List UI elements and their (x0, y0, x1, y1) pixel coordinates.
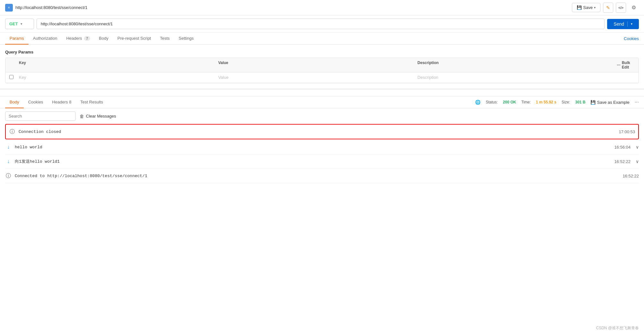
time-value: 1 m 55.92 s (536, 100, 556, 104)
params-table-row: Key Value Description (5, 72, 639, 83)
trash-icon: 🗑 (79, 114, 84, 119)
top-bar-actions: 💾 Save ▾ ✎ </> ⚙ (572, 3, 639, 13)
message-list: ⓘ Connection closed 17:00:53 ↓ hello wor… (0, 124, 644, 183)
save-button[interactable]: 💾 Save ▾ (572, 3, 600, 12)
download-icon-1: ↓ (5, 144, 12, 150)
code-button[interactable]: </> (616, 3, 626, 13)
message-time-1: 16:56:04 (614, 145, 631, 150)
send-btn-divider (627, 21, 628, 27)
send-chevron-icon: ▾ (631, 22, 632, 26)
code-icon: </> (618, 6, 623, 10)
expand-icon-1[interactable]: ∨ (636, 144, 639, 150)
tab-response-headers[interactable]: Headers 8 (48, 96, 76, 108)
row-checkbox[interactable] (5, 72, 15, 83)
tab-headers[interactable]: Headers 7 (62, 33, 95, 45)
response-more-icon[interactable]: ··· (635, 99, 639, 105)
message-item-1[interactable]: ↓ hello world 16:56:04 ∨ (5, 140, 639, 154)
globe-icon: 🌐 (475, 100, 481, 105)
send-button[interactable]: Send ▾ (607, 19, 639, 29)
message-item-2[interactable]: ↓ 向1发送hello world1 16:52:22 ∨ (5, 154, 639, 169)
row-actions-cell (613, 72, 639, 83)
cookies-link[interactable]: Cookies (624, 36, 639, 41)
tab-test-results[interactable]: Test Results (76, 96, 108, 108)
bulk-edit-col-header: ··· Bulk Edit (613, 58, 639, 72)
message-time-2: 16:52:22 (614, 159, 631, 164)
tab-params[interactable]: Params (5, 33, 29, 45)
value-col-header: Value (214, 58, 414, 72)
method-label: GET (9, 21, 18, 26)
tab-response-cookies[interactable]: Cookies (24, 96, 48, 108)
url-input[interactable] (37, 19, 605, 29)
description-col-header: Description (414, 58, 613, 72)
url-bar: GET ▾ Send ▾ (0, 15, 644, 33)
response-tabs: Body Cookies Headers 8 Test Results 🌐 St… (0, 96, 644, 108)
message-text-2: 向1发送hello world1 (15, 159, 611, 164)
key-cell[interactable]: Key (15, 72, 214, 83)
description-cell[interactable]: Description (414, 72, 613, 83)
response-meta: 🌐 Status: 200 OK Time: 1 m 55.92 s Size:… (475, 99, 639, 105)
tab-pre-request-script[interactable]: Pre-request Script (113, 33, 155, 45)
message-text-1: hello world (15, 145, 611, 150)
key-col-header: Key (15, 58, 214, 72)
query-params-section: Query Params Key Value Description ··· B… (0, 45, 644, 88)
top-bar-url: http://localhost:8080/test/sse/connect/1 (15, 5, 569, 10)
message-item-3[interactable]: ⓘ Connected to http://localhost:8080/tes… (5, 169, 639, 183)
message-text-0: Connection closed (19, 129, 615, 134)
message-item-connection-closed[interactable]: ⓘ Connection closed 17:00:53 (5, 124, 639, 139)
tab-settings[interactable]: Settings (174, 33, 198, 45)
size-value: 301 B (575, 100, 585, 104)
info-icon-3: ⓘ (5, 173, 12, 179)
message-time-0: 17:00:53 (619, 129, 635, 134)
more-options-icon[interactable]: ··· (617, 62, 621, 68)
edit-button[interactable]: ✎ (603, 3, 613, 13)
response-headers-badge: 8 (69, 100, 71, 104)
resize-handle[interactable] (0, 88, 644, 90)
message-time-3: 16:52:22 (623, 174, 639, 178)
tab-tests[interactable]: Tests (155, 33, 174, 45)
method-select[interactable]: GET ▾ (5, 19, 34, 29)
edit-icon: ✎ (606, 5, 610, 10)
row-checkbox-input[interactable] (9, 75, 13, 79)
info-icon: ⓘ (9, 128, 15, 135)
top-bar: ≡ http://localhost:8080/test/sse/connect… (0, 0, 644, 15)
query-params-title: Query Params (5, 50, 639, 54)
bottom-panel: Body Cookies Headers 8 Test Results 🌐 St… (0, 96, 644, 183)
status-value: 200 OK (503, 100, 516, 104)
download-icon-2: ↓ (5, 158, 12, 165)
save-chevron-icon: ▾ (594, 6, 596, 9)
expand-icon-2[interactable]: ∨ (636, 159, 639, 164)
clear-messages-button[interactable]: 🗑 Clear Messages (79, 114, 116, 119)
params-table: Key Value Description ··· Bulk Edit Key … (5, 58, 639, 83)
save-floppy-icon: 💾 (577, 5, 582, 10)
checkbox-col (5, 58, 15, 72)
messages-toolbar: 🗑 Clear Messages (0, 108, 644, 124)
message-text-3: Connected to http://localhost:8080/test/… (15, 174, 619, 178)
search-input[interactable] (5, 111, 76, 121)
tab-body[interactable]: Body (95, 33, 113, 45)
request-tabs: Params Authorization Headers 7 Body Pre-… (0, 33, 644, 45)
save-example-floppy-icon: 💾 (590, 100, 596, 105)
tab-response-body[interactable]: Body (5, 96, 24, 108)
app-logo-icon: ≡ (5, 4, 13, 12)
settings-icon[interactable]: ⚙ (629, 3, 639, 13)
value-cell[interactable]: Value (214, 72, 414, 83)
save-example-button[interactable]: 💾 Save as Example (590, 100, 629, 105)
tab-authorization[interactable]: Authorization (29, 33, 62, 45)
bulk-edit-label[interactable]: Bulk Edit (622, 61, 635, 70)
watermark: CSDN @谁不想飞舞青春 (596, 325, 639, 331)
method-chevron-icon: ▾ (21, 22, 22, 26)
headers-badge: 7 (84, 36, 90, 41)
params-table-header: Key Value Description ··· Bulk Edit (5, 58, 639, 72)
